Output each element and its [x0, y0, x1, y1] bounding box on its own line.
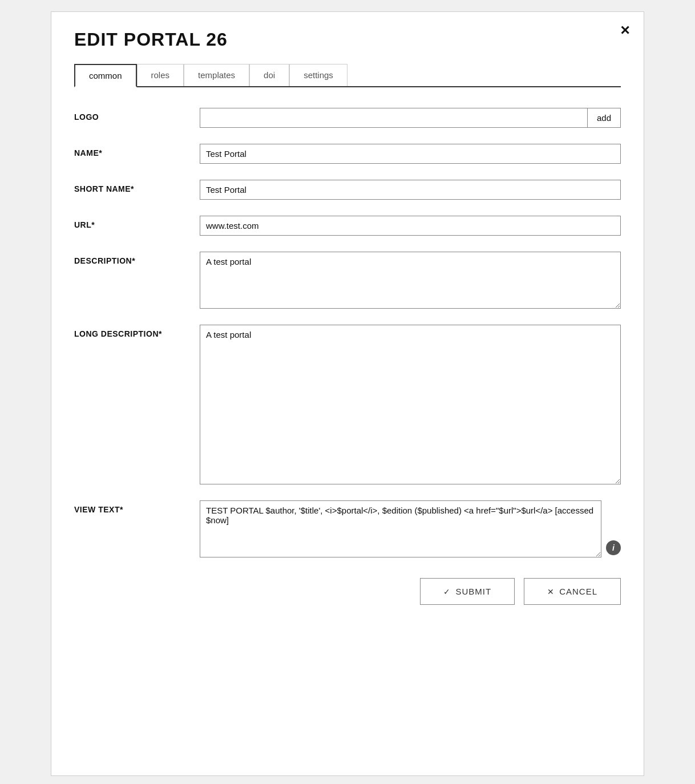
- cancel-label: CANCEL: [559, 587, 597, 596]
- cancel-button[interactable]: ✕ CANCEL: [524, 578, 621, 605]
- long-description-input-wrap: A test portal: [200, 325, 621, 484]
- logo-field-container: add: [200, 108, 621, 128]
- view-text-row: VIEW TEXT* TEST PORTAL $author, '$title'…: [74, 500, 621, 557]
- url-row: URL*: [74, 216, 621, 236]
- long-description-label: LONG DESCRIPTION*: [74, 325, 200, 338]
- submit-icon: ✓: [443, 587, 451, 596]
- name-label: NAME*: [74, 144, 200, 157]
- logo-input-wrap: add: [200, 108, 621, 128]
- logo-input[interactable]: [200, 108, 587, 127]
- view-text-info-icon[interactable]: i: [606, 540, 621, 555]
- url-input[interactable]: [200, 216, 621, 236]
- tab-doi[interactable]: doi: [249, 64, 289, 86]
- short-name-input[interactable]: [200, 180, 621, 200]
- tab-bar: common roles templates doi settings: [74, 64, 621, 87]
- long-description-row: LONG DESCRIPTION* A test portal: [74, 325, 621, 484]
- logo-row: LOGO add: [74, 108, 621, 128]
- tab-common[interactable]: common: [74, 64, 137, 87]
- long-description-input[interactable]: A test portal: [200, 325, 621, 484]
- tab-roles[interactable]: roles: [137, 64, 184, 86]
- view-text-label: VIEW TEXT*: [74, 500, 200, 514]
- modal-title: EDIT PORTAL 26: [74, 29, 621, 50]
- url-label: URL*: [74, 216, 200, 229]
- short-name-input-wrap: [200, 180, 621, 200]
- short-name-label: SHORT NAME*: [74, 180, 200, 193]
- footer-buttons: ✓ SUBMIT ✕ CANCEL: [74, 578, 621, 605]
- description-label: DESCRIPTION*: [74, 252, 200, 265]
- description-input-wrap: A test portal: [200, 252, 621, 309]
- submit-label: SUBMIT: [455, 587, 491, 596]
- tab-templates[interactable]: templates: [184, 64, 249, 86]
- description-row: DESCRIPTION* A test portal: [74, 252, 621, 309]
- view-text-input[interactable]: TEST PORTAL $author, '$title', <i>$porta…: [200, 500, 601, 557]
- cancel-icon: ✕: [547, 587, 555, 596]
- description-input[interactable]: A test portal: [200, 252, 621, 309]
- edit-portal-modal: ✕ EDIT PORTAL 26 common roles templates …: [51, 11, 644, 776]
- name-row: NAME*: [74, 144, 621, 164]
- tab-settings[interactable]: settings: [289, 64, 348, 86]
- submit-button[interactable]: ✓ SUBMIT: [420, 578, 515, 605]
- logo-add-button[interactable]: add: [587, 108, 620, 127]
- short-name-row: SHORT NAME*: [74, 180, 621, 200]
- close-button[interactable]: ✕: [620, 23, 630, 38]
- view-text-input-wrap: TEST PORTAL $author, '$title', <i>$porta…: [200, 500, 621, 557]
- logo-label: LOGO: [74, 108, 200, 122]
- name-input-wrap: [200, 144, 621, 164]
- name-input[interactable]: [200, 144, 621, 164]
- url-input-wrap: [200, 216, 621, 236]
